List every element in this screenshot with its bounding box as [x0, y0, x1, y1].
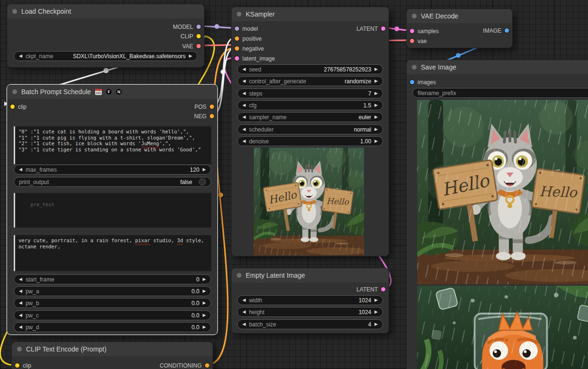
collapse-dot-icon[interactable]	[17, 347, 22, 351]
slot-dot-conditioning[interactable]	[205, 363, 209, 368]
node-vae-decode[interactable]: VAE Decode samples vae IMAGE	[406, 9, 513, 48]
input-slot-model[interactable]: model	[235, 25, 258, 33]
node-ksampler[interactable]: KSampler model positive negative latent_…	[231, 7, 389, 256]
slot-dot-clip[interactable]	[196, 34, 201, 38]
increment-arrow-icon[interactable]: ▶	[374, 103, 378, 107]
output-slot-image[interactable]: IMAGE	[483, 26, 509, 35]
decrement-arrow-icon[interactable]: ◀	[19, 167, 22, 172]
start-frame-widget[interactable]: ◀ start_frame 0 ▶	[14, 274, 211, 284]
increment-arrow-icon[interactable]: ▶	[374, 91, 378, 96]
input-slot-clip[interactable]: clip	[15, 361, 31, 369]
seed-widget[interactable]: ◀ seed 276758578252923 ▶	[237, 64, 383, 74]
input-slot-images[interactable]: images	[410, 78, 436, 86]
input-slot-negative[interactable]: negative	[235, 44, 264, 53]
cfg-widget[interactable]: ◀ cfg 1.5 ▶	[237, 100, 383, 110]
schedule-text-area[interactable]: "0" :"1 cute cat is holding a board with…	[14, 126, 211, 164]
slot-dot-samples[interactable]	[410, 29, 414, 33]
node-title-bar[interactable]: Empty Latent Image	[232, 268, 389, 282]
height-widget[interactable]: ◀ height 1024 ▶	[237, 307, 383, 317]
decrement-arrow-icon[interactable]: ◀	[242, 91, 246, 96]
node-title-bar[interactable]: CLIP Text Encode (Prompt)	[12, 342, 213, 356]
pw-c-widget[interactable]: ◀ pw_c 0.0 ▶	[14, 310, 211, 320]
ckpt-name-widget[interactable]: ◀ ckpt_name SDXL\TurboVisionXL_Bakedvae.…	[14, 51, 197, 61]
input-slot-latent-image[interactable]: latent_image	[235, 54, 275, 62]
max-frames-widget[interactable]: ◀ max_frames 120 ▶	[14, 165, 211, 175]
pw-d-widget[interactable]: ◀ pw_d 0.0 ▶	[14, 322, 211, 332]
decrement-arrow-icon[interactable]: ◀	[19, 289, 22, 293]
increment-arrow-icon[interactable]: ▶	[203, 277, 206, 281]
output-slot-conditioning[interactable]: CONDITIONING	[160, 361, 209, 369]
decrement-arrow-icon[interactable]: ◀	[242, 67, 246, 71]
decrement-arrow-icon[interactable]: ◀	[242, 79, 246, 83]
node-title-bar[interactable]: Batch Prompt Schedule F N	[7, 85, 217, 99]
increment-arrow-icon[interactable]: ▶	[374, 127, 378, 132]
decrement-arrow-icon[interactable]: ◀	[242, 139, 246, 143]
increment-arrow-icon[interactable]: ▶	[189, 54, 192, 58]
increment-arrow-icon[interactable]: ▶	[374, 115, 378, 119]
collapse-dot-icon[interactable]	[412, 65, 417, 70]
batch-size-widget[interactable]: ◀ batch_size 4 ▶	[237, 319, 383, 329]
decrement-arrow-icon[interactable]: ◀	[19, 301, 22, 305]
increment-arrow-icon[interactable]: ▶	[374, 79, 378, 83]
pre-text-area[interactable]: pre_text	[14, 193, 211, 228]
increment-arrow-icon[interactable]: ▶	[203, 289, 206, 293]
input-slot-clip[interactable]: clip	[10, 103, 27, 111]
output-slot-latent[interactable]: LATENT	[356, 285, 385, 293]
increment-arrow-icon[interactable]: ▶	[374, 322, 378, 326]
output-slot-vae[interactable]: VAE	[182, 42, 201, 50]
output-slot-clip[interactable]: CLIP	[180, 32, 201, 40]
node-clip-text-encode[interactable]: CLIP Text Encode (Prompt) clip CONDITION…	[11, 342, 213, 369]
steps-widget[interactable]: ◀ steps 7 ▶	[237, 88, 383, 98]
input-slot-vae[interactable]: vae	[410, 37, 427, 45]
node-title-bar[interactable]: VAE Decode	[407, 9, 512, 23]
collapse-dot-icon[interactable]	[237, 12, 241, 17]
slot-dot-neg[interactable]	[210, 114, 214, 118]
increment-arrow-icon[interactable]: ▶	[203, 167, 206, 172]
slot-dot-latent[interactable]	[381, 287, 385, 291]
increment-arrow-icon[interactable]: ▶	[374, 67, 378, 71]
collapse-dot-icon[interactable]	[12, 9, 17, 14]
slot-dot-model[interactable]	[235, 26, 239, 31]
sampler-name-widget[interactable]: ◀ sampler_name euler ▶	[237, 112, 383, 122]
output-slot-model[interactable]: MODEL	[173, 23, 201, 31]
increment-arrow-icon[interactable]: ▶	[374, 310, 378, 314]
node-batch-prompt-schedule[interactable]: Batch Prompt Schedule F N clip POS NEG "…	[7, 84, 218, 335]
decrement-arrow-icon[interactable]: ◀	[242, 298, 246, 302]
slot-dot-model[interactable]	[196, 25, 201, 29]
comfyui-canvas[interactable]: { "icons": {"left_arrow": "◀", "right_ar…	[0, 0, 588, 369]
control-after-generate-widget[interactable]: ◀ control_after_generate randomize ▶	[237, 76, 383, 86]
decrement-arrow-icon[interactable]: ◀	[242, 127, 246, 132]
collapse-dot-icon[interactable]	[237, 273, 241, 278]
increment-arrow-icon[interactable]: ▶	[203, 325, 206, 329]
slot-dot-latent-image[interactable]	[235, 56, 239, 61]
slot-dot-clip[interactable]	[15, 363, 19, 368]
node-title-bar[interactable]: Load Checkpoint	[7, 4, 204, 18]
collapse-dot-icon[interactable]	[412, 14, 417, 18]
slot-dot-vae[interactable]	[410, 39, 414, 43]
decrement-arrow-icon[interactable]: ◀	[242, 115, 246, 119]
slot-dot-vae[interactable]	[196, 44, 201, 48]
node-load-checkpoint[interactable]: Load Checkpoint MODEL CLIP VAE ◀ ckpt_na…	[7, 4, 205, 68]
filename-prefix-widget[interactable]: filename_prefix	[412, 88, 588, 98]
denoise-widget[interactable]: ◀ denoise 1.00 ▶	[237, 136, 383, 146]
slot-dot-latent[interactable]	[381, 26, 385, 31]
input-slot-samples[interactable]: samples	[410, 27, 439, 35]
pw-b-widget[interactable]: ◀ pw_b 0.0 ▶	[14, 298, 211, 308]
node-save-image[interactable]: Save Image images filename_prefix	[406, 60, 588, 369]
print-output-toggle[interactable]: print_output false	[14, 177, 211, 187]
slot-dot-image[interactable]	[505, 28, 509, 33]
pw-a-widget[interactable]: ◀ pw_a 0.0 ▶	[14, 286, 211, 296]
collapse-dot-icon[interactable]	[12, 89, 17, 94]
slot-dot-clip[interactable]	[10, 105, 15, 109]
input-slot-positive[interactable]: positive	[235, 35, 262, 43]
decrement-arrow-icon[interactable]: ◀	[242, 310, 246, 314]
node-title-bar[interactable]: KSampler	[232, 7, 389, 21]
slot-dot-negative[interactable]	[235, 46, 239, 51]
slot-dot-images[interactable]	[410, 80, 414, 84]
output-slot-pos[interactable]: POS	[195, 103, 214, 111]
decrement-arrow-icon[interactable]: ◀	[242, 322, 246, 326]
node-empty-latent-image[interactable]: Empty Latent Image LATENT ◀ width 1024 ▶…	[231, 268, 389, 334]
scheduler-widget[interactable]: ◀ scheduler normal ▶	[237, 124, 383, 134]
width-widget[interactable]: ◀ width 1024 ▶	[237, 295, 383, 305]
increment-arrow-icon[interactable]: ▶	[203, 313, 206, 317]
